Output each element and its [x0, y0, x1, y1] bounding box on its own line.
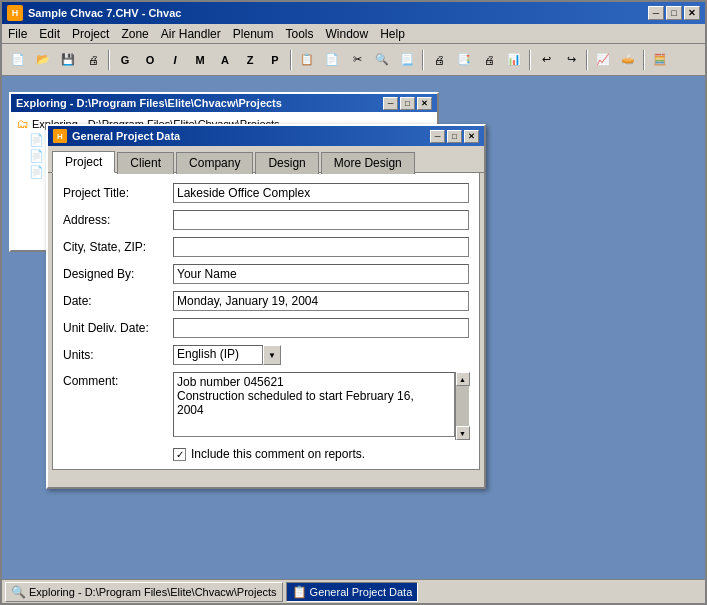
scrollbar-up-button[interactable]: ▲ [456, 372, 470, 386]
address-label: Address: [63, 213, 173, 227]
toolbar-sep-1 [108, 50, 110, 70]
unit-deliv-date-row: Unit Deliv. Date: [63, 318, 469, 338]
main-minimize-button[interactable]: ─ [648, 6, 664, 20]
project-title-input[interactable] [173, 183, 469, 203]
tab-project[interactable]: Project [52, 151, 115, 173]
toolbar-printer1[interactable]: 🖨 [427, 48, 451, 72]
menu-air-handler[interactable]: Air Handler [155, 26, 227, 42]
gpd-close-button[interactable]: ✕ [464, 130, 479, 143]
folder-icon-2: 📄 [29, 133, 44, 147]
exploring-maximize[interactable]: □ [400, 97, 415, 110]
app-icon: H [7, 5, 23, 21]
toolbar-save[interactable]: 💾 [56, 48, 80, 72]
toolbar-open[interactable]: 📂 [31, 48, 55, 72]
toolbar-g[interactable]: G [113, 48, 137, 72]
units-dropdown-button[interactable]: ▼ [263, 345, 281, 365]
gpd-title-bar: H General Project Data ─ □ ✕ [48, 126, 484, 146]
toolbar-sep-2 [290, 50, 292, 70]
gpd-title-left: H General Project Data [53, 129, 180, 143]
toolbar-arrow2[interactable]: ↪ [559, 48, 583, 72]
date-row: Date: [63, 291, 469, 311]
exploring-close[interactable]: ✕ [417, 97, 432, 110]
toolbar-printer2[interactable]: 📑 [452, 48, 476, 72]
toolbar-print[interactable]: 🖨 [81, 48, 105, 72]
gpd-dialog: H General Project Data ─ □ ✕ Project Cli… [46, 124, 486, 489]
comment-textarea[interactable]: Job number 045621 Construction scheduled… [173, 372, 455, 437]
checkbox-label: Include this comment on reports. [191, 447, 365, 461]
folder-icon-3: 📄 [29, 149, 44, 163]
tab-design[interactable]: Design [255, 152, 318, 174]
address-input[interactable] [173, 210, 469, 230]
toolbar-chart[interactable]: 📈 [591, 48, 615, 72]
units-label: Units: [63, 348, 173, 362]
title-bar-left: H Sample Chvac 7.CHV - Chvac [7, 5, 181, 21]
toolbar: 📄 📂 💾 🖨 G O I M A Z P 📋 📄 ✂ 🔍 📃 🖨 📑 🖨 📊 … [2, 44, 705, 76]
comment-textarea-wrapper: Job number 045621 Construction scheduled… [173, 372, 469, 440]
toolbar-sep-3 [422, 50, 424, 70]
menu-file[interactable]: File [2, 26, 33, 42]
gpd-dialog-title: General Project Data [72, 130, 180, 142]
toolbar-p[interactable]: P [263, 48, 287, 72]
toolbar-sep-5 [586, 50, 588, 70]
exploring-title-bar: Exploring - D:\Program Files\Elite\Chvac… [11, 94, 437, 112]
gpd-title-buttons: ─ □ ✕ [430, 130, 479, 143]
status-exploring[interactable]: 🔍 Exploring - D:\Program Files\Elite\Chv… [5, 582, 283, 602]
menu-zone[interactable]: Zone [115, 26, 154, 42]
toolbar-search[interactable]: 🔍 [370, 48, 394, 72]
units-value: English (IP) [173, 345, 263, 365]
toolbar-printer3[interactable]: 🖨 [477, 48, 501, 72]
menu-help[interactable]: Help [374, 26, 411, 42]
toolbar-calc[interactable]: 🧮 [648, 48, 672, 72]
toolbar-o[interactable]: O [138, 48, 162, 72]
toolbar-pie[interactable]: 🥧 [616, 48, 640, 72]
unit-deliv-date-label: Unit Deliv. Date: [63, 321, 173, 335]
gpd-maximize-button[interactable]: □ [447, 130, 462, 143]
city-state-zip-label: City, State, ZIP: [63, 240, 173, 254]
gpd-dialog-icon: H [53, 129, 67, 143]
comment-row: Comment: Job number 045621 Construction … [63, 372, 469, 440]
address-row: Address: [63, 210, 469, 230]
designed-by-row: Designed By: [63, 264, 469, 284]
menu-project[interactable]: Project [66, 26, 115, 42]
toolbar-i[interactable]: I [163, 48, 187, 72]
designed-by-input[interactable] [173, 264, 469, 284]
date-input[interactable] [173, 291, 469, 311]
status-gpd[interactable]: 📋 General Project Data [286, 582, 419, 602]
scrollbar-track [456, 386, 469, 426]
scrollbar-down-button[interactable]: ▼ [456, 426, 470, 440]
unit-deliv-date-input[interactable] [173, 318, 469, 338]
main-close-button[interactable]: ✕ [684, 6, 700, 20]
designed-by-label: Designed By: [63, 267, 173, 281]
toolbar-arrow1[interactable]: ↩ [534, 48, 558, 72]
folder-icon-1: 🗂 [17, 117, 29, 131]
main-window-title: Sample Chvac 7.CHV - Chvac [28, 7, 181, 19]
city-state-zip-input[interactable] [173, 237, 469, 257]
units-select-wrapper: English (IP) ▼ [173, 345, 281, 365]
exploring-title-text: Exploring - D:\Program Files\Elite\Chvac… [16, 97, 282, 109]
toolbar-new[interactable]: 📄 [6, 48, 30, 72]
toolbar-doc3[interactable]: 📃 [395, 48, 419, 72]
tab-more-design[interactable]: More Design [321, 152, 415, 174]
toolbar-printer4[interactable]: 📊 [502, 48, 526, 72]
checkmark-icon: ✓ [176, 449, 184, 460]
toolbar-a[interactable]: A [213, 48, 237, 72]
toolbar-doc2[interactable]: 📄 [320, 48, 344, 72]
menu-tools[interactable]: Tools [279, 26, 319, 42]
exploring-status-icon: 🔍 [11, 585, 26, 599]
toolbar-sep-4 [529, 50, 531, 70]
status-exploring-text: Exploring - D:\Program Files\Elite\Chvac… [29, 586, 277, 598]
toolbar-cut[interactable]: ✂ [345, 48, 369, 72]
gpd-status-icon: 📋 [292, 585, 307, 599]
tab-client[interactable]: Client [117, 152, 174, 174]
exploring-minimize[interactable]: ─ [383, 97, 398, 110]
toolbar-doc1[interactable]: 📋 [295, 48, 319, 72]
include-comment-checkbox[interactable]: ✓ [173, 448, 186, 461]
toolbar-z[interactable]: Z [238, 48, 262, 72]
menu-window[interactable]: Window [319, 26, 374, 42]
menu-edit[interactable]: Edit [33, 26, 66, 42]
main-maximize-button[interactable]: □ [666, 6, 682, 20]
menu-plenum[interactable]: Plenum [227, 26, 280, 42]
gpd-minimize-button[interactable]: ─ [430, 130, 445, 143]
tab-company[interactable]: Company [176, 152, 253, 174]
toolbar-m[interactable]: M [188, 48, 212, 72]
